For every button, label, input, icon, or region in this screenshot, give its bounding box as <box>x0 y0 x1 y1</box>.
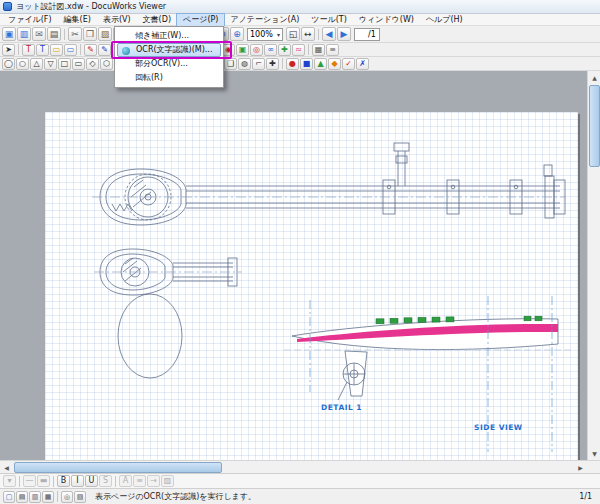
strikethrough-button[interactable]: S <box>99 475 112 487</box>
filled-triangle-green-icon[interactable]: ▲ <box>314 58 327 70</box>
scrollbar-corner <box>587 460 600 473</box>
copy-icon[interactable]: ❐ <box>83 27 97 41</box>
menu-tool[interactable]: ツール(T) <box>305 14 353 26</box>
text-annotation-alt-icon[interactable]: T <box>36 44 49 56</box>
zoom-select[interactable]: 100% ▾ <box>247 28 283 41</box>
italic-button[interactable]: I <box>71 475 84 487</box>
filled-square-blue-icon[interactable]: ■ <box>300 58 313 70</box>
scroll-up-icon[interactable]: ▲ <box>588 71 600 84</box>
text-annotation-icon[interactable]: T <box>22 44 35 56</box>
menu-page[interactable]: ページ(P) <box>177 14 224 26</box>
scroll-down-icon[interactable]: ▼ <box>588 447 600 460</box>
menu-help[interactable]: ヘルプ(H) <box>420 14 469 26</box>
ocr-status-icon[interactable]: ◎ <box>61 491 73 503</box>
annotation-select-icon[interactable]: ➤ <box>2 44 15 56</box>
main-toolbar: ▣▥✉▤✂❐▨↺↻➤✥I⊡⊖⊕ 100% ▾ ◱↔◀▶ /1 <box>0 26 600 43</box>
textbox-annotation-icon[interactable]: ▭ <box>64 44 77 56</box>
cross-shape-icon[interactable]: ✚ <box>266 58 279 70</box>
prev-page-icon[interactable]: ◀ <box>322 27 336 41</box>
docuworks-viewer-window: ヨット設計図.xdw - DocuWorks Viewer ファイル(F)編集(… <box>0 0 600 504</box>
view-mode-facing-icon[interactable]: ▥ <box>29 491 41 503</box>
mail-send-icon[interactable]: ✉ <box>32 27 46 41</box>
triangle-down-shape-icon[interactable]: ▽ <box>44 58 57 70</box>
menu-item-partial-ocr[interactable]: 部分OCR(V)... <box>115 57 223 71</box>
bracket-shape-icon[interactable]: ⌐ <box>252 58 265 70</box>
fit-width-icon[interactable]: ↔ <box>301 27 315 41</box>
date-stamp-icon[interactable]: ▣ <box>236 44 249 56</box>
scroll-right-icon[interactable]: ▶ <box>574 461 587 474</box>
menu-item-deskew[interactable]: 傾き補正(W)... <box>115 29 223 43</box>
horizontal-scrollbar[interactable]: ◀ ▶ <box>0 460 587 473</box>
cross-mark-icon[interactable]: ✗ <box>356 58 369 70</box>
fill-color-button[interactable]: ▨ <box>161 475 174 487</box>
filled-diamond-orange-icon[interactable]: ◆ <box>328 58 341 70</box>
callout-shape-icon[interactable]: ❑ <box>224 58 237 70</box>
menu-item-label: 部分OCR(V)... <box>135 59 188 68</box>
square-shape-icon[interactable]: □ <box>58 58 71 70</box>
info-status-icon[interactable]: ▧ <box>74 491 86 503</box>
pen-blue-icon[interactable]: ✎ <box>98 44 111 56</box>
vertical-scrollbar[interactable]: ▲ ▼ <box>587 71 600 460</box>
window-title: ヨット設計図.xdw - DocuWorks Viewer <box>16 1 166 12</box>
menu-view[interactable]: 表示(V) <box>97 14 137 26</box>
menu-document[interactable]: 文書(D) <box>137 14 177 26</box>
separator <box>53 476 54 487</box>
pen-red-icon[interactable]: ✎ <box>84 44 97 56</box>
underline-button[interactable]: U <box>85 475 98 487</box>
menu-item-label: OCR(文字認識)(M)... <box>136 45 212 54</box>
check-mark-icon[interactable]: ✓ <box>342 58 355 70</box>
menu-item-ocr[interactable]: OCR(文字認識)(M)... <box>117 43 221 57</box>
view-mode-continuous-icon[interactable]: ▤ <box>16 491 28 503</box>
line-style-select[interactable]: — <box>23 475 36 487</box>
menu-edit[interactable]: 編集(E) <box>58 14 97 26</box>
zoom-value: 100% <box>250 30 273 39</box>
text-color-button[interactable]: A <box>119 475 132 487</box>
sticky-note-icon[interactable]: ▭ <box>50 44 63 56</box>
balloon-shape-icon[interactable]: ◍ <box>238 58 251 70</box>
cut-icon[interactable]: ✂ <box>68 27 82 41</box>
view-mode-page-icon[interactable]: ▢ <box>3 491 15 503</box>
horizontal-scrollbar-thumb[interactable] <box>14 462 222 473</box>
menu-window[interactable]: ウィンドウ(W) <box>353 14 420 26</box>
arrow-style-button[interactable]: → <box>147 475 160 487</box>
triangle-shape-icon[interactable]: △ <box>30 58 43 70</box>
page-number-field[interactable]: /1 <box>354 28 380 41</box>
fit-page-icon[interactable]: ◱ <box>286 27 300 41</box>
zoom-in-icon[interactable]: ⊕ <box>230 27 244 41</box>
font-style-select[interactable]: ▾ <box>3 475 16 487</box>
paste-icon[interactable]: ▨ <box>98 27 112 41</box>
next-page-icon[interactable]: ▶ <box>337 27 351 41</box>
circle-shape-icon[interactable]: ○ <box>16 58 29 70</box>
line-width-select[interactable]: ▬ <box>37 475 50 487</box>
hexagon-shape-icon[interactable]: ⬡ <box>100 58 113 70</box>
menu-item-label: 回転(R) <box>135 73 163 82</box>
vertical-scrollbar-thumb[interactable] <box>589 85 600 167</box>
view-mode-buttons: ▢▤▥▦◎▧ <box>0 491 89 503</box>
attachment-icon[interactable]: ✚ <box>278 44 291 56</box>
menu-annotation[interactable]: アノテーション(A) <box>224 14 305 26</box>
bold-button[interactable]: B <box>57 475 70 487</box>
switch-to-desk-icon[interactable]: ▣ <box>2 27 16 41</box>
approval-stamp-icon[interactable]: ◎ <box>250 44 263 56</box>
document-page[interactable] <box>45 112 578 460</box>
marker-icon[interactable]: ≈ <box>292 44 305 56</box>
properties-icon[interactable]: ▦ <box>312 44 325 56</box>
print-icon[interactable]: ▤ <box>47 27 61 41</box>
status-page-indicator: 1/1 <box>579 492 592 501</box>
ellipse-shape-icon[interactable]: ◯ <box>2 58 15 70</box>
document-canvas[interactable]: DETAIL 1 SIDE VIEW <box>0 71 587 460</box>
filled-circle-red-icon[interactable]: ● <box>286 58 299 70</box>
link-annotation-icon[interactable]: ∞ <box>264 44 277 56</box>
status-message: 表示ページのOCR(文字認識)を実行します。 <box>95 491 256 502</box>
annotation-list-icon[interactable]: ≡ <box>326 44 339 56</box>
menu-file[interactable]: ファイル(F) <box>2 14 58 26</box>
page-sorter-icon[interactable]: ▥ <box>17 27 31 41</box>
align-button[interactable]: ≡ <box>133 475 146 487</box>
scroll-left-icon[interactable]: ◀ <box>0 461 13 474</box>
separator <box>308 44 309 55</box>
menu-item-rotate[interactable]: 回転(R) <box>115 71 223 85</box>
diamond-shape-icon[interactable]: ◇ <box>86 58 99 70</box>
rectangle-shape-icon[interactable]: ▭ <box>72 58 85 70</box>
view-mode-thumbnail-icon[interactable]: ▦ <box>42 491 54 503</box>
main-toolbar-right-icons: ◱↔◀▶ <box>286 27 351 41</box>
